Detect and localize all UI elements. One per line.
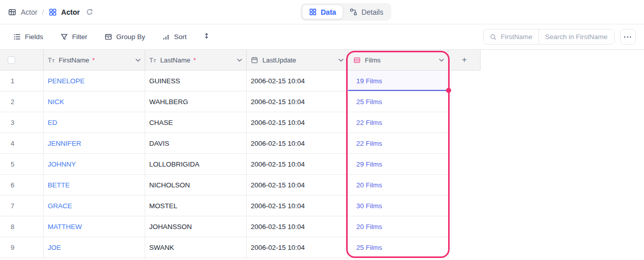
films-cell[interactable]: 22 Films — [348, 133, 449, 153]
row-number[interactable]: 3 — [0, 112, 44, 133]
add-column-button[interactable]: + — [449, 50, 481, 70]
row-number[interactable]: 1 — [0, 71, 44, 91]
sort-icon — [162, 33, 170, 41]
firstname-cell[interactable]: PENELOPE — [44, 71, 145, 91]
row-number[interactable]: 6 — [0, 175, 44, 195]
lastupdate-cell[interactable]: 2006-02-15 10:04 — [247, 175, 348, 195]
select-all-checkbox[interactable] — [8, 56, 15, 64]
column-header-lastname[interactable]: TT LastName * — [145, 50, 247, 70]
search-field-label: FirstName — [501, 33, 532, 41]
column-header-films[interactable]: Films — [348, 50, 449, 70]
table-row: 5 JOHNNY LOLLOBRIGIDA 2006-02-15 10:04 2… — [0, 154, 449, 175]
table-row: 6 BETTE NICHOLSON 2006-02-15 10:04 20 Fi… — [0, 175, 449, 196]
tab-data[interactable]: Data — [302, 5, 343, 19]
grid-toolbar: Fields Filter Group By Sort — [0, 24, 644, 50]
chevron-down-icon[interactable] — [338, 58, 344, 62]
breadcrumb-view-name[interactable]: Actor — [61, 8, 80, 16]
firstname-cell[interactable]: ED — [44, 112, 145, 133]
breadcrumb-separator: / — [42, 8, 44, 16]
firstname-cell[interactable]: JOE — [44, 237, 145, 257]
calendar-icon — [251, 56, 258, 64]
lastupdate-cell[interactable]: 2006-02-15 10:04 — [247, 196, 348, 216]
lastname-cell[interactable]: NICHOLSON — [145, 175, 247, 195]
films-cell[interactable]: 20 Films — [348, 175, 449, 195]
lastupdate-cell[interactable]: 2006-02-15 10:04 — [247, 216, 348, 237]
tab-data-label: Data — [321, 8, 336, 16]
lastupdate-cell[interactable]: 2006-02-15 10:04 — [247, 91, 348, 112]
table-row: 3 ED CHASE 2006-02-15 10:04 22 Films — [0, 112, 449, 133]
filter-icon — [60, 33, 68, 41]
fields-button[interactable]: Fields — [8, 30, 48, 44]
table-row: 2 NICK WAHLBERG 2006-02-15 10:04 25 Film… — [0, 91, 449, 112]
breadcrumb: Actor / Actor — [8, 8, 93, 16]
filter-button-label: Filter — [72, 33, 87, 41]
refresh-icon[interactable] — [86, 8, 93, 16]
firstname-cell[interactable]: NICK — [44, 91, 145, 112]
lastname-cell[interactable]: SWANK — [145, 237, 247, 257]
lastname-cell[interactable]: GUINESS — [145, 71, 247, 91]
lastupdate-cell[interactable]: 2006-02-15 10:04 — [247, 71, 348, 91]
column-header-firstname[interactable]: TT FirstName * — [44, 50, 145, 70]
lastupdate-cell[interactable]: 2006-02-15 10:04 — [247, 237, 348, 257]
firstname-cell[interactable]: JENNIFER — [44, 133, 145, 153]
top-bar: Actor / Actor Data Details — [0, 0, 644, 24]
lastname-cell[interactable]: JOHANSSON — [145, 216, 247, 237]
grid-header-row: TT FirstName * TT LastName * LastUpda — [0, 50, 481, 71]
table-icon — [8, 8, 16, 16]
chevron-down-icon[interactable] — [237, 58, 242, 62]
column-label: FirstName — [59, 56, 89, 64]
lastupdate-cell[interactable]: 2006-02-15 10:04 — [247, 133, 348, 153]
firstname-cell[interactable]: MATTHEW — [44, 216, 145, 237]
lastname-cell[interactable]: MOSTEL — [145, 196, 247, 216]
text-field-icon: TT — [149, 57, 156, 63]
lastname-cell[interactable]: DAVIS — [145, 133, 247, 153]
group-by-button[interactable]: Group By — [99, 30, 150, 44]
search-box: FirstName — [483, 29, 615, 45]
lastupdate-cell[interactable]: 2006-02-15 10:04 — [247, 112, 348, 133]
search-input[interactable] — [539, 29, 614, 44]
row-height-button[interactable] — [199, 29, 214, 45]
required-marker: * — [92, 56, 95, 64]
required-marker: * — [193, 56, 196, 64]
filter-button[interactable]: Filter — [55, 30, 92, 44]
row-number[interactable]: 7 — [0, 196, 44, 216]
plus-icon: + — [462, 55, 467, 65]
lastname-cell[interactable]: CHASE — [145, 112, 247, 133]
row-number[interactable]: 9 — [0, 237, 44, 257]
row-number[interactable]: 2 — [0, 91, 44, 112]
select-all-cell — [0, 50, 44, 70]
row-number[interactable]: 4 — [0, 133, 44, 153]
lastname-cell[interactable]: WAHLBERG — [145, 91, 247, 112]
firstname-cell[interactable]: BETTE — [44, 175, 145, 195]
details-sitemap-icon — [350, 8, 357, 16]
firstname-cell[interactable]: JOHNNY — [44, 154, 145, 174]
fields-icon — [13, 33, 21, 41]
tab-details[interactable]: Details — [343, 5, 390, 19]
breadcrumb-table-name[interactable]: Actor — [21, 8, 38, 16]
films-cell[interactable]: 30 Films — [348, 196, 449, 216]
chevron-down-icon[interactable] — [439, 58, 444, 62]
row-height-icon — [203, 32, 210, 40]
chevron-down-icon[interactable] — [135, 58, 141, 62]
films-cell-selected[interactable]: 19 Films — [348, 71, 449, 91]
films-cell[interactable]: 22 Films — [348, 112, 449, 133]
row-number[interactable]: 5 — [0, 154, 44, 174]
sort-button[interactable]: Sort — [157, 30, 192, 44]
films-cell[interactable]: 29 Films — [348, 154, 449, 174]
films-cell — [348, 258, 449, 259]
toolbar-more-button[interactable]: ··· — [620, 29, 636, 45]
search-field-selector[interactable]: FirstName — [484, 29, 539, 44]
lastname-cell — [145, 258, 247, 259]
films-cell[interactable]: 25 Films — [348, 91, 449, 112]
row-number[interactable]: 8 — [0, 216, 44, 237]
sort-button-label: Sort — [174, 33, 187, 41]
films-cell[interactable]: 20 Films — [348, 216, 449, 237]
lastname-cell[interactable]: LOLLOBRIGIDA — [145, 154, 247, 174]
tab-details-label: Details — [361, 8, 383, 16]
lastupdate-cell[interactable]: 2006-02-15 10:04 — [247, 154, 348, 174]
search-icon — [490, 34, 497, 41]
films-cell[interactable]: 25 Films — [348, 237, 449, 257]
table-row: 9 JOE SWANK 2006-02-15 10:04 25 Films — [0, 237, 449, 258]
column-header-lastupdate[interactable]: LastUpdate — [247, 50, 348, 70]
firstname-cell[interactable]: GRACE — [44, 196, 145, 216]
